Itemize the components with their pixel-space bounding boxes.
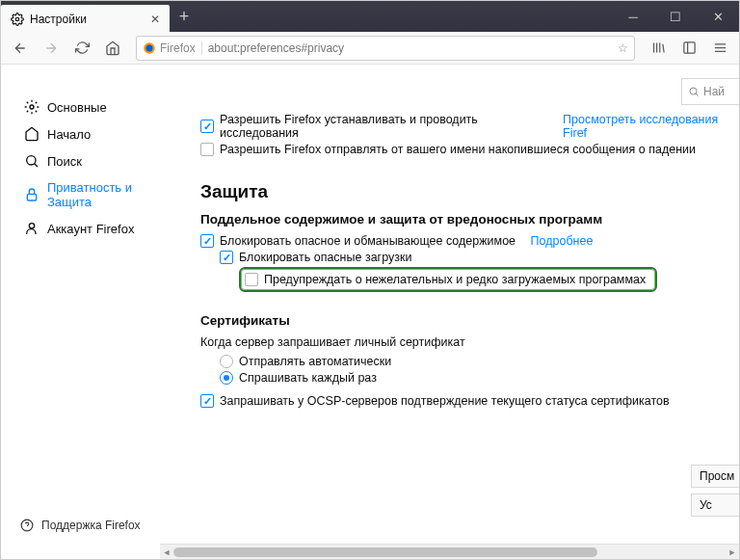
scroll-right-icon[interactable]: ► [726, 547, 739, 557]
security-devices-button[interactable]: Ус [691, 493, 739, 517]
help-icon [20, 519, 34, 532]
menu-button[interactable] [706, 35, 733, 62]
search-icon [24, 153, 40, 169]
highlighted-option: Предупреждать о нежелательных и редко за… [239, 267, 657, 292]
warn-unwanted-checkbox[interactable] [245, 273, 258, 286]
learn-more-link[interactable]: Подробнее [531, 234, 594, 248]
svg-point-0 [15, 17, 19, 21]
view-studies-link[interactable]: Просмотреть исследования Firef [563, 113, 739, 140]
send-crash-label: Разрешить Firefox отправлять от вашего и… [220, 143, 696, 156]
gear-icon [11, 13, 24, 26]
sidebar-item-label: Основные [47, 100, 107, 115]
home-button[interactable] [99, 35, 126, 62]
cert-auto-radio[interactable] [220, 355, 233, 368]
titlebar: Настройки ✕ + ─ ☐ ✕ [1, 1, 739, 32]
sidebar-item-label: Приватность и Защита [47, 180, 156, 209]
svg-point-7 [29, 224, 34, 228]
identity-box: Firefox [143, 41, 202, 55]
svg-rect-6 [27, 194, 36, 200]
find-in-preferences[interactable]: Най [681, 78, 739, 105]
bookmark-star-icon[interactable]: ☆ [618, 41, 628, 55]
new-tab-button[interactable]: + [170, 1, 198, 32]
close-window-button[interactable]: ✕ [697, 1, 739, 32]
block-downloads-label: Блокировать опасные загрузки [239, 251, 411, 264]
security-heading: Защита [200, 181, 739, 202]
svg-rect-3 [683, 42, 694, 53]
lock-icon [24, 187, 40, 202]
scroll-left-icon[interactable]: ◄ [160, 547, 173, 557]
block-deceptive-checkbox[interactable] [200, 234, 214, 248]
url-bar[interactable]: Firefox about:preferences#privacy ☆ [136, 36, 635, 61]
certificates-heading: Сертификаты [200, 313, 739, 328]
send-crash-checkbox[interactable] [200, 143, 214, 156]
sidebar-item-general[interactable]: Основные [20, 93, 160, 120]
home-icon [24, 126, 40, 142]
url-text: about:preferences#privacy [208, 41, 344, 55]
allow-studies-label: Разрешить Firefox устанавливать и провод… [220, 113, 548, 140]
navbar: Firefox about:preferences#privacy ☆ [1, 32, 739, 65]
sidebar-item-account[interactable]: Аккаунт Firefox [20, 215, 160, 242]
close-tab-icon[interactable]: ✕ [150, 13, 160, 26]
cert-ask-radio[interactable] [220, 371, 233, 385]
sidebar-button[interactable] [675, 35, 702, 62]
cert-ask-label: Спрашивать каждый раз [239, 371, 377, 385]
back-button[interactable] [7, 35, 34, 62]
sidebar-item-label: Поиск [47, 154, 82, 169]
cert-auto-label: Отправлять автоматически [239, 355, 391, 368]
preferences-main: Най Разрешить Firefox устанавливать и пр… [160, 65, 739, 559]
support-link[interactable]: Поддержка Firefox [20, 519, 141, 532]
view-certificates-button[interactable]: Просм [691, 465, 739, 488]
sidebar-item-label: Аккаунт Firefox [47, 222, 134, 236]
minimize-button[interactable]: ─ [612, 1, 654, 32]
sidebar-item-home[interactable]: Начало [20, 120, 160, 147]
sidebar-item-privacy[interactable]: Приватность и Защита [20, 174, 160, 215]
ocsp-label: Запрашивать у OCSP-серверов подтверждени… [220, 394, 670, 408]
allow-studies-checkbox[interactable] [200, 120, 214, 133]
svg-point-5 [27, 156, 36, 165]
reload-button[interactable] [68, 35, 95, 62]
firefox-icon [143, 41, 156, 55]
search-icon [688, 86, 700, 97]
sidebar-item-label: Начало [47, 127, 91, 142]
deceptive-content-subheading: Поддельное содержимое и защита от вредон… [200, 212, 739, 227]
preferences-sidebar: Основные Начало Поиск Приватность и Защи… [1, 65, 160, 559]
block-downloads-checkbox[interactable] [220, 251, 233, 264]
warn-unwanted-label: Предупреждать о нежелательных и редко за… [264, 273, 646, 286]
svg-point-2 [146, 44, 153, 51]
forward-button[interactable] [38, 35, 65, 62]
tab-title: Настройки [30, 13, 87, 26]
ocsp-checkbox[interactable] [200, 394, 214, 408]
account-icon [24, 221, 40, 236]
gear-icon [24, 99, 40, 115]
svg-point-4 [30, 105, 34, 109]
maximize-button[interactable]: ☐ [654, 1, 697, 32]
scrollbar-thumb[interactable] [173, 547, 597, 557]
svg-point-8 [690, 88, 697, 94]
browser-tab[interactable]: Настройки ✕ [1, 5, 170, 32]
library-button[interactable] [645, 35, 672, 62]
sidebar-item-search[interactable]: Поиск [20, 147, 160, 174]
horizontal-scrollbar[interactable]: ◄ ► [160, 544, 739, 559]
block-deceptive-label: Блокировать опасное и обманывающее содер… [220, 234, 515, 248]
cert-intro: Когда сервер запрашивает личный сертифик… [200, 335, 739, 349]
